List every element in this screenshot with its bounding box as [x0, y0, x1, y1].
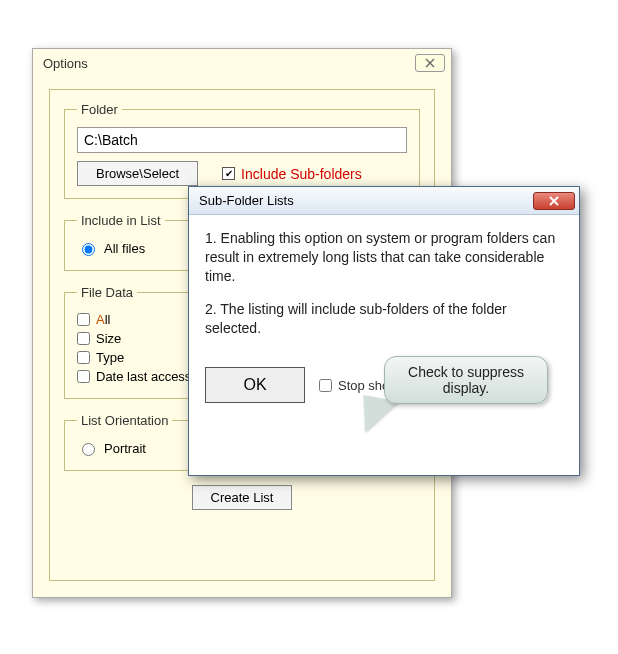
options-title: Options	[43, 56, 88, 71]
options-titlebar[interactable]: Options	[33, 49, 451, 77]
ok-button[interactable]: OK	[205, 367, 305, 403]
stop-showing-checkbox-input[interactable]	[319, 379, 332, 392]
include-in-list-legend: Include in List	[77, 213, 165, 228]
all-files-radio-input[interactable]	[82, 243, 95, 256]
file-data-all-label: All	[96, 312, 110, 327]
x-icon	[424, 58, 436, 68]
orientation-legend: List Orientation	[77, 413, 172, 428]
close-button[interactable]	[533, 192, 575, 210]
all-files-label: All files	[104, 241, 145, 256]
portrait-label: Portrait	[104, 441, 146, 456]
file-data-size-label: Size	[96, 331, 121, 346]
folder-group: Folder Browse\Select ✔ Include Sub-folde…	[64, 102, 420, 199]
include-subfolders-checkbox[interactable]: ✔ Include Sub-folders	[222, 164, 362, 184]
callout-bubble: Check to suppress display.	[384, 356, 548, 404]
subfolder-titlebar[interactable]: Sub-Folder Lists	[189, 187, 579, 215]
subfolder-para2: 2. The listing will include sub-folders …	[205, 300, 563, 338]
checkmark-icon: ✔	[222, 167, 235, 180]
portrait-radio-input[interactable]	[82, 443, 95, 456]
create-list-button[interactable]: Create List	[192, 485, 293, 510]
folder-legend: Folder	[77, 102, 122, 117]
browse-button[interactable]: Browse\Select	[77, 161, 198, 186]
subfolder-para1: 1. Enabling this option on system or pro…	[205, 229, 563, 286]
file-data-date-checkbox[interactable]	[77, 370, 90, 383]
file-data-type-label: Type	[96, 350, 124, 365]
include-subfolders-label: Include Sub-folders	[241, 166, 362, 182]
folder-path-input[interactable]	[77, 127, 407, 153]
file-data-size-checkbox[interactable]	[77, 332, 90, 345]
file-data-type-checkbox[interactable]	[77, 351, 90, 364]
portrait-radio[interactable]: Portrait	[77, 438, 146, 458]
callout-text: Check to suppress display.	[393, 364, 539, 396]
close-icon[interactable]	[415, 54, 445, 72]
file-data-legend: File Data	[77, 285, 137, 300]
close-icon	[547, 196, 561, 206]
file-data-all-checkbox[interactable]	[77, 313, 90, 326]
subfolder-title: Sub-Folder Lists	[199, 193, 294, 208]
